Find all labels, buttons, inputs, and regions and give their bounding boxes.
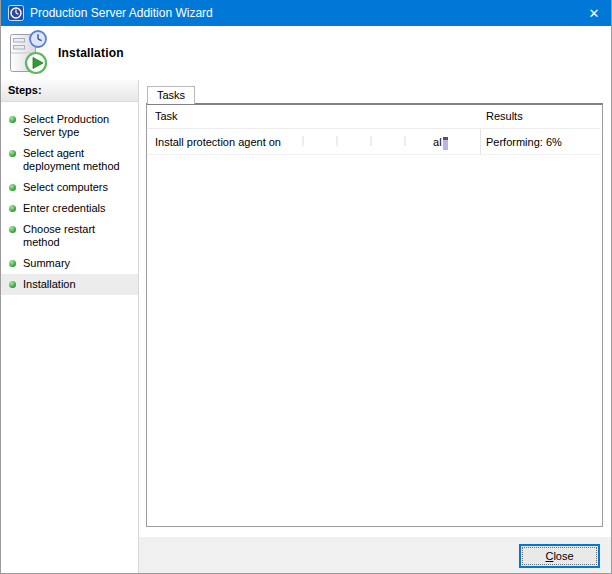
step-done-icon xyxy=(9,116,16,123)
app-icon xyxy=(8,5,24,21)
step-done-icon xyxy=(9,260,16,267)
tab-tasks[interactable]: Tasks xyxy=(147,86,195,104)
tab-strip: Tasks xyxy=(147,85,611,103)
sidebar-step-installation: Installation xyxy=(1,274,138,295)
result-cell: Performing: 6% xyxy=(486,136,562,148)
task-text-prefix: Install protection agent on xyxy=(155,136,281,148)
redaction-artifact xyxy=(443,137,448,150)
sidebar-step-summary: Summary xyxy=(1,253,138,274)
step-active-icon xyxy=(9,281,16,288)
steps-sidebar: Steps: Select Production Server type Sel… xyxy=(1,80,139,573)
content-area: Tasks Task Results Install protection ag… xyxy=(139,80,611,573)
step-label: Enter credentials xyxy=(23,202,106,214)
step-done-icon xyxy=(9,150,16,157)
redacted-server-name xyxy=(284,136,433,146)
window-title: Production Server Addition Wizard xyxy=(30,6,577,20)
step-label: Choose restart method xyxy=(23,223,95,248)
column-header-task[interactable]: Task xyxy=(155,110,178,122)
sidebar-step-select-agent-deployment-method: Select agent deployment method xyxy=(1,143,138,177)
installation-server-icon xyxy=(9,28,49,76)
sidebar-step-select-production-server-type: Select Production Server type xyxy=(1,109,138,143)
titlebar: Production Server Addition Wizard ✕ xyxy=(1,0,611,26)
steps-heading: Steps: xyxy=(1,80,138,102)
close-button-face: Close xyxy=(522,547,597,565)
wizard-header: Installation xyxy=(1,26,611,80)
footer-bar: Close xyxy=(139,537,611,573)
page-title: Installation xyxy=(58,46,124,60)
step-label: Summary xyxy=(23,257,70,269)
step-done-icon xyxy=(9,205,16,212)
task-row[interactable]: Install protection agent on al Performin… xyxy=(147,130,601,155)
task-cell: Install protection agent on al xyxy=(155,136,448,150)
sidebar-step-select-computers: Select computers xyxy=(1,177,138,198)
sidebar-step-choose-restart-method: Choose restart method xyxy=(1,219,138,253)
close-button[interactable]: Close xyxy=(519,544,600,568)
steps-list: Select Production Server type Select age… xyxy=(1,102,138,295)
close-window-icon[interactable]: ✕ xyxy=(577,0,611,26)
step-label: Select Production Server type xyxy=(23,113,109,138)
step-label: Select computers xyxy=(23,181,108,193)
step-label: Select agent deployment method xyxy=(23,147,120,172)
column-header-results[interactable]: Results xyxy=(486,110,523,122)
close-label-mnemonic: C xyxy=(545,550,553,562)
step-done-icon xyxy=(9,226,16,233)
task-text-suffix: al xyxy=(433,136,442,148)
sidebar-step-enter-credentials: Enter credentials xyxy=(1,198,138,219)
step-label: Installation xyxy=(23,278,76,290)
close-label-rest: lose xyxy=(553,550,573,562)
main-area: Steps: Select Production Server type Sel… xyxy=(1,80,611,573)
step-done-icon xyxy=(9,184,16,191)
wizard-window: Production Server Addition Wizard ✕ xyxy=(0,0,612,574)
tasks-table-header: Task Results xyxy=(147,105,601,129)
tasks-panel: Task Results Install protection agent on… xyxy=(146,103,603,527)
panel-gap xyxy=(139,527,611,537)
